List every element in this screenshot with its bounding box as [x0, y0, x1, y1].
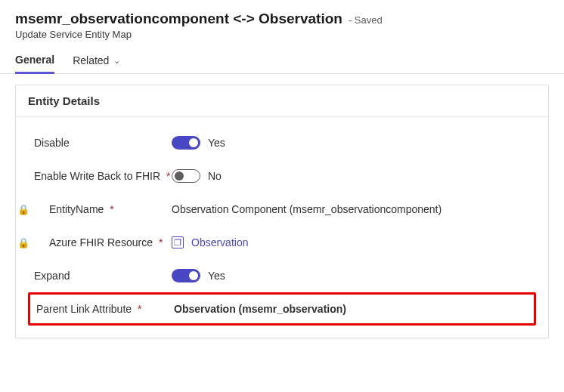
required-mark: *: [138, 303, 141, 315]
form-body: Disable Yes Enable Write Back to FHIR * …: [16, 117, 548, 338]
tab-label: General: [15, 54, 54, 66]
page-subtitle: Update Service Entity Map: [15, 29, 549, 40]
saved-status: - Saved: [349, 14, 383, 26]
field-write-back: Enable Write Back to FHIR * No: [28, 159, 536, 193]
field-entity-name: 🔒 EntityName * Observation Component (ms…: [28, 193, 536, 226]
lock-icon: 🔒: [17, 204, 28, 215]
field-label: EntityName: [49, 203, 104, 215]
page-header: msemr_observationcomponent <-> Observati…: [0, 0, 564, 40]
field-label: Enable Write Back to FHIR: [34, 170, 160, 182]
toggle-expand[interactable]: [172, 269, 200, 282]
field-expand: Expand Yes: [28, 259, 536, 292]
toggle-disable[interactable]: [172, 136, 200, 150]
field-parent-link: Parent Link Attribute * Observation (mse…: [28, 292, 536, 326]
tab-label: Related: [73, 54, 109, 66]
required-mark: *: [166, 170, 170, 182]
field-label: Expand: [34, 270, 70, 282]
toggle-write-back[interactable]: [172, 169, 200, 183]
toggle-value-text: Yes: [208, 270, 225, 282]
required-mark: *: [110, 203, 113, 215]
page-title: msemr_observationcomponent <-> Observati…: [15, 11, 342, 27]
field-value: Observation (msemr_observation): [174, 303, 346, 315]
field-disable: Disable Yes: [28, 126, 536, 159]
entity-details-card: Entity Details Disable Yes Enable Write …: [15, 85, 549, 338]
toggle-value-text: No: [208, 170, 222, 182]
resource-icon: ❐: [172, 236, 184, 248]
lock-icon: 🔒: [17, 237, 28, 248]
chevron-down-icon: ⌄: [113, 56, 120, 66]
required-mark: *: [159, 236, 163, 248]
field-label: Parent Link Attribute: [36, 303, 132, 315]
azure-fhir-link[interactable]: Observation: [191, 236, 248, 248]
card-title: Entity Details: [16, 85, 548, 117]
field-label: Azure FHIR Resource: [49, 236, 153, 248]
tab-related[interactable]: Related ⌄: [73, 54, 120, 73]
tab-general[interactable]: General: [15, 54, 54, 74]
toggle-value-text: Yes: [208, 137, 225, 149]
field-azure-fhir: 🔒 Azure FHIR Resource * ❐ Observation: [28, 226, 536, 259]
tab-bar: General Related ⌄: [0, 40, 564, 74]
field-label: Disable: [34, 137, 70, 149]
field-value: Observation Component (msemr_observation…: [172, 203, 442, 215]
